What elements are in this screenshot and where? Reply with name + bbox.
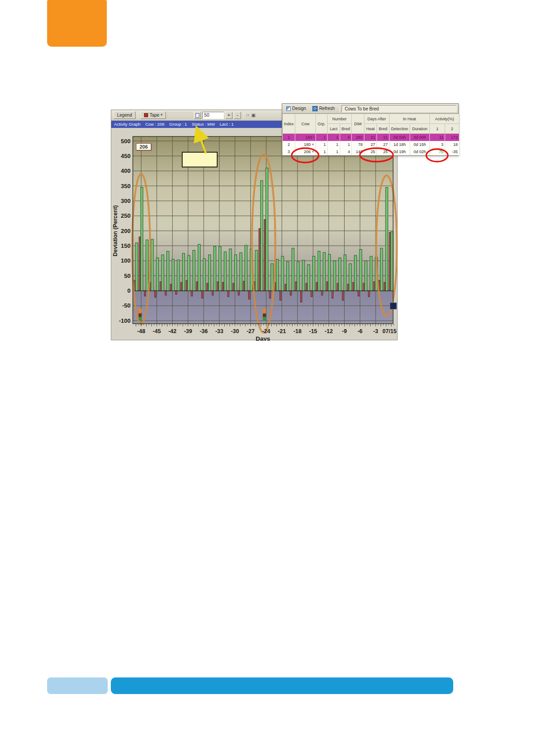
table-cell: 0d 19h bbox=[390, 148, 410, 155]
col-lact: Lact bbox=[328, 124, 340, 134]
table-cell: 1 bbox=[316, 141, 328, 148]
bar-green bbox=[188, 255, 190, 291]
bar-green bbox=[162, 255, 164, 291]
heat-marker-brown bbox=[263, 313, 266, 317]
bar-red bbox=[389, 233, 390, 291]
table-cell: 1 bbox=[328, 141, 340, 148]
table-toolbar: Design ⟳ Refresh Cows To be Bred bbox=[282, 104, 458, 114]
bar-red bbox=[197, 282, 198, 291]
bar-red bbox=[223, 282, 224, 291]
days-range-input[interactable] bbox=[202, 112, 224, 119]
refresh-button-label: Refresh bbox=[319, 106, 335, 111]
design-icon bbox=[286, 106, 291, 111]
heat-marker-green bbox=[263, 317, 266, 321]
table-cell: 1 bbox=[340, 141, 352, 148]
x-tick-label: -9 bbox=[342, 328, 347, 334]
table-cell: 4 bbox=[340, 148, 352, 155]
design-button[interactable]: Design bbox=[284, 105, 309, 112]
table-cell: 180 + bbox=[295, 141, 316, 148]
bar-green bbox=[214, 246, 216, 291]
bar-red bbox=[160, 282, 161, 291]
y-tick-label: 100 bbox=[121, 257, 131, 264]
zoom-out-button[interactable]: - bbox=[234, 112, 241, 119]
table-cell: 27 bbox=[377, 141, 390, 148]
bar-green bbox=[240, 253, 242, 291]
window-icon[interactable]: ▣ bbox=[251, 113, 255, 118]
bar-green bbox=[370, 256, 372, 291]
bar-red bbox=[306, 283, 307, 291]
table-row[interactable]: 3206 +11414825250d 19h0d 02h75-35 bbox=[283, 148, 460, 155]
legend-button[interactable]: Legend bbox=[114, 111, 136, 119]
table-cell: 0d 00h bbox=[410, 134, 430, 141]
table-row[interactable]: 1160 l11628221210d 04h0d 00h11172 bbox=[283, 134, 460, 141]
bar-green bbox=[260, 180, 263, 291]
bar-red bbox=[228, 291, 229, 297]
x-tick-label: -42 bbox=[168, 328, 176, 334]
bar-red bbox=[327, 282, 328, 291]
bar-red bbox=[321, 291, 323, 295]
table-cell: 11 bbox=[430, 134, 445, 141]
y-tick-label: 300 bbox=[121, 198, 131, 204]
bar-green bbox=[229, 249, 232, 290]
table-cell: 0d 15h bbox=[410, 141, 430, 148]
scroll-handle[interactable] bbox=[390, 303, 397, 309]
bar-red bbox=[358, 291, 359, 296]
bar-red bbox=[201, 291, 203, 299]
bar-green bbox=[198, 244, 200, 290]
page-icon bbox=[196, 113, 199, 118]
bar-red bbox=[269, 291, 271, 299]
x-axis-title: Days bbox=[256, 335, 270, 341]
table-cell: 3 bbox=[430, 141, 445, 148]
bar-red bbox=[290, 291, 292, 295]
zoom-in-button[interactable]: + bbox=[225, 112, 232, 119]
table-cell: 0d 04h bbox=[390, 134, 410, 141]
y-tick-label: 150 bbox=[121, 242, 131, 249]
toolbar-separator bbox=[138, 112, 138, 119]
x-tick-label: -24 bbox=[262, 328, 270, 334]
table-cell: 0d 02h bbox=[410, 148, 430, 155]
pointer-icon[interactable]: ☞ bbox=[246, 113, 250, 118]
x-tick-label: -12 bbox=[325, 328, 333, 334]
bar-green bbox=[193, 251, 195, 291]
refresh-button[interactable]: ⟳ Refresh bbox=[310, 105, 337, 112]
col-grp: Grp. bbox=[316, 114, 328, 134]
bar-green bbox=[281, 256, 284, 291]
x-tick-label: -33 bbox=[215, 328, 223, 334]
bar-red bbox=[311, 291, 312, 297]
col-group-in-heat: In Heat bbox=[390, 114, 430, 124]
cow-number-label: 206 bbox=[136, 143, 151, 150]
col-group-number: Number bbox=[328, 114, 352, 124]
bar-green bbox=[318, 251, 320, 291]
table-cell: 21 bbox=[377, 134, 390, 141]
footer-accent-light bbox=[47, 677, 108, 694]
bar-green bbox=[354, 255, 356, 291]
table-cell: -35 bbox=[445, 148, 460, 155]
x-tick-label: -6 bbox=[358, 328, 363, 334]
table-row[interactable]: 2180 +1117827271d 18h0d 15h318 bbox=[283, 141, 460, 148]
heat-marker-orange bbox=[263, 309, 266, 313]
bar-green bbox=[359, 250, 362, 291]
bar-green bbox=[339, 258, 341, 290]
x-tick-label: -30 bbox=[231, 328, 239, 334]
bar-green bbox=[266, 168, 268, 291]
table-cell: 27 bbox=[364, 141, 377, 148]
x-tick-label: 07/15 bbox=[382, 328, 396, 334]
chevron-down-icon: ▾ bbox=[161, 113, 162, 117]
tape-button[interactable]: Tape ▾ bbox=[140, 111, 166, 119]
col-dim: DIM bbox=[352, 114, 364, 134]
table-cell: 1d 18h bbox=[390, 141, 410, 148]
x-tick-label: -39 bbox=[184, 328, 192, 334]
col-duration: Duration bbox=[410, 124, 430, 134]
bar-green bbox=[307, 265, 310, 291]
table-cell: 75 bbox=[430, 148, 445, 155]
bar-red bbox=[264, 220, 265, 291]
bar-green bbox=[276, 259, 278, 291]
report-page-icon[interactable] bbox=[194, 112, 201, 119]
bar-green bbox=[297, 262, 299, 291]
bar-green bbox=[323, 252, 325, 290]
x-tick-label: -48 bbox=[137, 328, 145, 334]
bar-red bbox=[373, 282, 375, 291]
bar-green bbox=[313, 256, 315, 291]
bar-red bbox=[368, 291, 370, 297]
bar-green bbox=[245, 245, 247, 290]
